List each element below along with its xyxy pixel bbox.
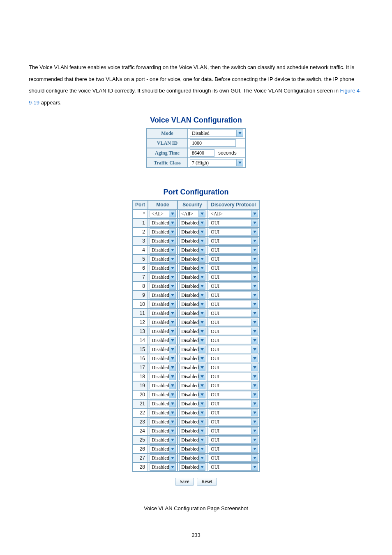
port-discovery-select[interactable]: OUI <box>209 291 258 299</box>
port-mode-select[interactable]: Disabled <box>150 400 176 407</box>
port-security-select[interactable]: Disabled <box>179 382 205 389</box>
port-discovery-select[interactable]: OUI <box>209 310 258 317</box>
port-all-security-select[interactable]: <All> <box>179 210 205 217</box>
chevron-down-icon <box>251 464 258 470</box>
port-security-select[interactable]: Disabled <box>179 310 205 317</box>
port-discovery-select[interactable]: OUI <box>209 418 258 426</box>
port-security-select[interactable]: Disabled <box>179 301 205 308</box>
port-discovery-select[interactable]: OUI <box>209 301 258 308</box>
port-mode-select[interactable]: Disabled <box>150 391 176 398</box>
port-discovery-select[interactable]: OUI <box>209 346 258 353</box>
port-security-select[interactable]: Disabled <box>179 391 205 398</box>
port-mode-select[interactable]: Disabled <box>150 301 176 308</box>
port-mode-select[interactable]: Disabled <box>150 282 176 290</box>
port-mode-select[interactable]: Disabled <box>150 219 176 227</box>
port-security-select[interactable]: Disabled <box>179 454 205 462</box>
port-mode-select[interactable]: Disabled <box>150 246 176 254</box>
port-mode-select[interactable]: Disabled <box>150 454 176 462</box>
port-discovery-select[interactable]: OUI <box>209 219 258 227</box>
port-discovery-select[interactable]: OUI <box>209 264 258 272</box>
port-mode-select[interactable]: Disabled <box>150 409 176 416</box>
table-row: 17DisabledDisabledOUI <box>132 363 260 372</box>
port-security-select[interactable]: Disabled <box>179 346 205 353</box>
port-security-select[interactable]: Disabled <box>179 445 205 453</box>
port-discovery-select[interactable]: OUI <box>209 463 258 471</box>
port-security-select[interactable]: Disabled <box>179 436 205 444</box>
port-discovery-select[interactable]: OUI <box>209 382 258 389</box>
port-mode-select[interactable]: Disabled <box>150 355 176 362</box>
port-discovery-select[interactable]: OUI <box>209 373 258 380</box>
port-security-select[interactable]: Disabled <box>179 291 205 299</box>
port-discovery-select[interactable]: OUI <box>209 427 258 435</box>
port-mode-select[interactable]: Disabled <box>150 427 176 435</box>
port-discovery-select[interactable]: OUI <box>209 436 258 444</box>
port-security-select[interactable]: Disabled <box>179 319 205 326</box>
table-row: 1DisabledDisabledOUI <box>132 218 260 227</box>
port-mode-select[interactable]: Disabled <box>150 264 176 272</box>
port-security-select[interactable]: Disabled <box>179 364 205 371</box>
port-discovery-select[interactable]: OUI <box>209 319 258 326</box>
chevron-down-icon <box>198 364 205 371</box>
port-security-select[interactable]: Disabled <box>179 282 205 290</box>
port-security-select-value: Disabled <box>180 365 198 371</box>
port-mode-select[interactable]: Disabled <box>150 373 176 380</box>
port-mode-select[interactable]: Disabled <box>150 463 176 471</box>
port-discovery-select[interactable]: OUI <box>209 328 258 335</box>
port-security-select[interactable]: Disabled <box>179 463 205 471</box>
port-mode-select[interactable]: Disabled <box>150 255 176 263</box>
port-security-select[interactable]: Disabled <box>179 219 205 227</box>
mode-select[interactable]: Disabled <box>190 130 243 137</box>
port-mode-select[interactable]: Disabled <box>150 337 176 344</box>
port-mode-select[interactable]: Disabled <box>150 291 176 299</box>
port-discovery-select[interactable]: OUI <box>209 364 258 371</box>
port-security-select[interactable]: Disabled <box>179 228 205 236</box>
port-discovery-select[interactable]: OUI <box>209 237 258 245</box>
port-security-select[interactable]: Disabled <box>179 255 205 263</box>
port-mode-select[interactable]: Disabled <box>150 418 176 426</box>
reset-button[interactable]: Reset <box>197 478 217 486</box>
port-discovery-select[interactable]: OUI <box>209 246 258 254</box>
port-security-select[interactable]: Disabled <box>179 237 205 245</box>
port-mode-select[interactable]: Disabled <box>150 273 176 281</box>
port-security-select[interactable]: Disabled <box>179 409 205 416</box>
port-security-select[interactable]: Disabled <box>179 418 205 426</box>
save-button[interactable]: Save <box>175 478 194 486</box>
port-discovery-select[interactable]: OUI <box>209 282 258 290</box>
port-mode-select[interactable]: Disabled <box>150 310 176 317</box>
port-mode-select[interactable]: Disabled <box>150 445 176 453</box>
port-discovery-select[interactable]: OUI <box>209 255 258 263</box>
port-mode-select-value: Disabled <box>150 347 169 353</box>
port-mode-select[interactable]: Disabled <box>150 319 176 326</box>
port-mode-select[interactable]: Disabled <box>150 364 176 371</box>
port-mode-select[interactable]: Disabled <box>150 346 176 353</box>
port-discovery-select[interactable]: OUI <box>209 228 258 236</box>
port-security-select[interactable]: Disabled <box>179 246 205 254</box>
port-security-select[interactable]: Disabled <box>179 373 205 380</box>
port-discovery-select[interactable]: OUI <box>209 273 258 281</box>
port-discovery-select[interactable]: OUI <box>209 445 258 453</box>
port-all-mode-select[interactable]: <All> <box>150 210 176 217</box>
port-security-select[interactable]: Disabled <box>179 273 205 281</box>
port-security-select[interactable]: Disabled <box>179 264 205 272</box>
port-security-select[interactable]: Disabled <box>179 400 205 407</box>
port-mode-select[interactable]: Disabled <box>150 436 176 444</box>
port-discovery-select[interactable]: OUI <box>209 391 258 398</box>
port-mode-select[interactable]: Disabled <box>150 328 176 335</box>
aging-time-input[interactable]: 86400 <box>190 149 214 157</box>
port-security-select[interactable]: Disabled <box>179 427 205 435</box>
port-mode-select[interactable]: Disabled <box>150 228 176 236</box>
port-discovery-select[interactable]: OUI <box>209 337 258 344</box>
traffic-class-select[interactable]: 7 (High) <box>190 159 243 166</box>
port-mode-select[interactable]: Disabled <box>150 382 176 389</box>
vlan-id-input[interactable]: 1000 <box>190 139 236 147</box>
port-mode-select[interactable]: Disabled <box>150 237 176 245</box>
chevron-down-icon <box>198 283 205 289</box>
port-security-select[interactable]: Disabled <box>179 337 205 344</box>
port-discovery-select[interactable]: OUI <box>209 454 258 462</box>
port-discovery-select[interactable]: OUI <box>209 409 258 416</box>
port-discovery-select[interactable]: OUI <box>209 400 258 407</box>
port-discovery-select[interactable]: OUI <box>209 355 258 362</box>
port-all-discovery-select[interactable]: <All> <box>209 210 258 217</box>
port-security-select[interactable]: Disabled <box>179 328 205 335</box>
port-security-select[interactable]: Disabled <box>179 355 205 362</box>
